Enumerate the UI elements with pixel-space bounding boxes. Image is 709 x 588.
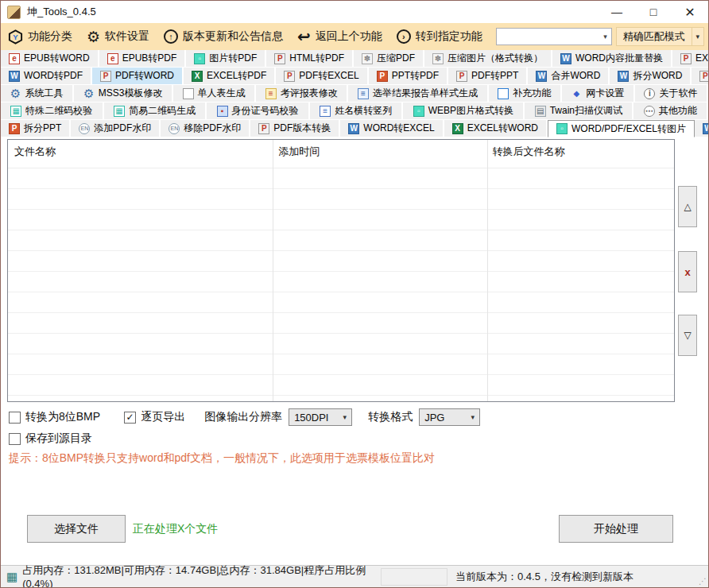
function-tab[interactable]: ⚙系统工具 <box>1 85 74 103</box>
function-tab[interactable]: PHTML转PDF <box>266 50 354 68</box>
function-tab[interactable]: 补充功能 <box>489 85 562 103</box>
function-tab[interactable]: 单人表生成 <box>173 85 256 103</box>
function-tab[interactable]: PPPT转PDF <box>369 68 448 85</box>
function-tab[interactable]: ▪身份证号码校验 <box>207 103 310 120</box>
resize-grip[interactable]: ⋰ <box>699 577 707 586</box>
function-search-combo[interactable]: ▾ <box>496 28 612 45</box>
format-select[interactable]: JPG ▾ <box>419 408 480 426</box>
format-value: JPG <box>424 412 444 424</box>
function-tab[interactable]: ✽压缩PDF <box>354 50 424 68</box>
checkbox-unchecked-icon <box>9 433 21 445</box>
function-tab[interactable]: i关于软件 <box>635 85 708 103</box>
function-tab[interactable]: W合并WORD <box>528 68 610 85</box>
function-tab[interactable]: P拆分PPT <box>1 120 71 137</box>
function-tab[interactable]: XEXCEL转PDF <box>184 68 276 85</box>
match-mode-label: 精确匹配模式 <box>623 29 685 44</box>
function-tab[interactable]: P合并PDF <box>692 68 709 85</box>
table-row-empty <box>8 354 674 375</box>
image-icon: ▫ <box>194 53 205 64</box>
bmp8-checkbox[interactable]: 转换为8位BMP <box>9 410 100 424</box>
goto-function-button[interactable]: › 转到指定功能 <box>389 23 490 50</box>
function-tab-label: 压缩PDF <box>377 52 415 65</box>
column-header[interactable]: 添加时间 <box>272 140 486 168</box>
function-tab-rows: eEPUB转WORDeEPUB转PDF▫图片转PDFPHTML转PDF✽压缩PD… <box>1 50 708 137</box>
function-tab[interactable]: PPDF转WORD <box>92 68 184 85</box>
function-tab-label: 网卡设置 <box>586 87 624 100</box>
match-mode-button[interactable]: 精确匹配模式 <box>616 27 692 46</box>
function-tab[interactable]: WWORD转PDF <box>1 68 92 85</box>
function-tab[interactable]: ◆网卡设置 <box>562 85 635 103</box>
gear-icon: ⚙ <box>83 88 95 99</box>
excel-icon: X <box>452 123 463 134</box>
list-side-controls: △ x ▽ <box>678 139 699 402</box>
move-down-button[interactable]: ▽ <box>678 315 697 356</box>
scanner-icon: ▤ <box>535 106 546 117</box>
column-header[interactable]: 文件名称 <box>8 140 272 168</box>
function-tab[interactable]: ▫图片转PDF <box>186 50 266 68</box>
function-tab-label: 其他功能 <box>659 104 697 118</box>
function-tab[interactable]: EN添加PDF水印 <box>71 120 161 137</box>
names-icon: ≡ <box>320 106 331 117</box>
function-tab[interactable]: ≡考评报表修改 <box>256 85 348 103</box>
svg-text:Y: Y <box>13 33 18 41</box>
function-tab[interactable]: W拆分WORD <box>610 68 692 85</box>
function-tab[interactable]: ▫WEBP图片格式转换 <box>403 103 525 120</box>
window-title: 坤_Tools_0.4.5 <box>27 5 96 19</box>
report-icon: ≡ <box>265 88 277 99</box>
move-up-button[interactable]: △ <box>678 186 697 227</box>
save-source-checkbox[interactable]: 保存到源目录 <box>9 431 92 446</box>
word-icon: W <box>536 71 547 82</box>
version-update-button[interactable]: ↑ 版本更新和公告信息 <box>157 23 290 50</box>
function-tab[interactable]: ✽压缩图片（格式转换） <box>424 50 552 68</box>
function-tab[interactable]: ▤Twain扫描仪调试 <box>525 103 633 120</box>
function-tab[interactable]: eEPUB转PDF <box>99 50 187 68</box>
pdf-icon: P <box>274 53 285 64</box>
function-tab[interactable]: PPDF转PPT <box>448 68 528 85</box>
idcard-icon: ▪ <box>217 106 228 117</box>
ppt-icon: P <box>9 123 20 134</box>
more-icon: ⋯ <box>644 106 655 117</box>
back-previous-function-button[interactable]: ↩ 返回上个功能 <box>290 23 389 50</box>
function-tab[interactable]: EN移除PDF水印 <box>161 120 250 137</box>
column-header[interactable]: 转换后文件名称 <box>486 140 674 168</box>
triangle-up-icon: △ <box>684 201 691 212</box>
pdf-icon: P <box>680 53 692 64</box>
function-tab[interactable]: WWORD转EPUB <box>695 120 709 137</box>
table-row-empty <box>8 396 674 402</box>
match-mode-arrow-button[interactable]: ▾ <box>692 27 704 46</box>
maximize-button[interactable]: □ <box>635 1 672 23</box>
function-tab[interactable]: PPDF转EXCEL <box>276 68 368 85</box>
per-page-checkbox[interactable]: ✓ 逐页导出 <box>124 410 185 424</box>
function-tab[interactable]: ≡选举结果报告单样式生成 <box>348 85 488 103</box>
table-row-empty <box>8 292 674 313</box>
function-tab[interactable]: PPDF版本转换 <box>250 120 340 137</box>
start-processing-button[interactable]: 开始处理 <box>559 515 673 543</box>
function-tab[interactable]: PEXCEL内容批量替换 <box>672 50 709 68</box>
function-tab[interactable]: WWORD转EXCEL <box>340 120 444 137</box>
function-tab[interactable]: eEPUB转WORD <box>1 50 99 68</box>
function-tab-label: 添加PDF水印 <box>94 122 151 135</box>
table-row-empty <box>8 210 674 230</box>
function-tab[interactable]: ⋯其他功能 <box>633 103 708 120</box>
chevron-down-icon[interactable]: ▾ <box>603 33 611 41</box>
function-tab[interactable]: ▦简易二维码生成 <box>104 103 207 120</box>
file-table[interactable]: 文件名称添加时间转换后文件名称 <box>7 139 675 402</box>
minimize-button[interactable]: — <box>599 1 635 23</box>
function-category-button[interactable]: Y 功能分类 <box>1 23 79 50</box>
function-tab-label: 身份证号码校验 <box>232 104 299 118</box>
function-tab[interactable]: ▦特殊二维码校验 <box>1 103 104 120</box>
function-tab[interactable]: ≡姓名横转竖列 <box>310 103 404 120</box>
close-button[interactable]: ✕ <box>672 1 708 23</box>
goto-arrow-icon: › <box>397 29 411 44</box>
function-tab[interactable]: WWORD内容批量替换 <box>552 50 672 68</box>
function-tab[interactable]: ⚙MSS3模板修改 <box>74 85 173 103</box>
function-tab[interactable]: XEXCEL转WORD <box>444 120 548 137</box>
software-settings-button[interactable]: ⚙ 软件设置 <box>79 23 157 50</box>
delete-item-button[interactable]: x <box>678 251 697 292</box>
function-tab-label: MSS3模板修改 <box>99 87 163 100</box>
table-header: 文件名称添加时间转换后文件名称 <box>8 140 674 168</box>
function-tab-label: 补充功能 <box>513 87 551 100</box>
select-files-button[interactable]: 选择文件 <box>27 515 126 543</box>
dpi-select[interactable]: 150DPI ▾ <box>289 408 352 426</box>
function-tab-active[interactable]: ▫WORD/PDF/EXCEL转图片 <box>548 120 695 137</box>
